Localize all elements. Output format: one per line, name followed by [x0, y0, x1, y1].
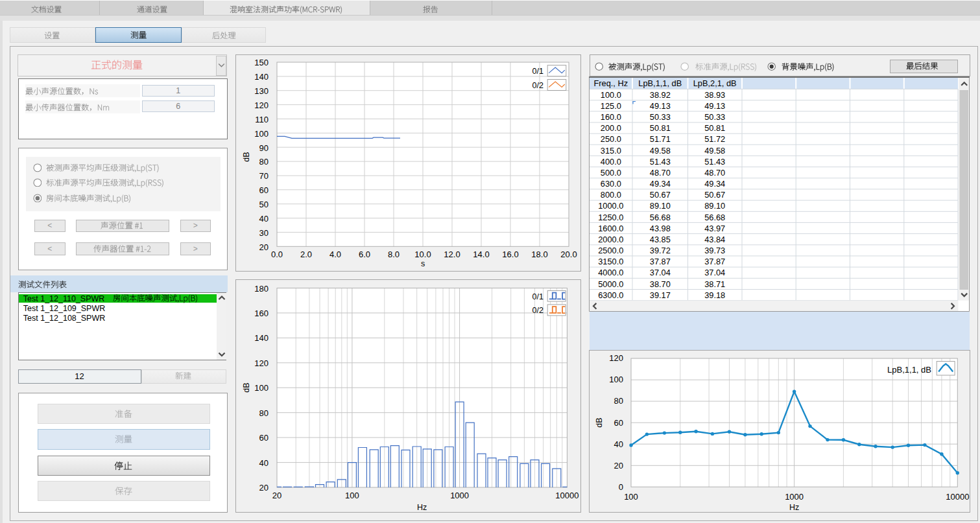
svg-text:70: 70	[259, 171, 269, 181]
svg-text:10000: 10000	[555, 491, 579, 500]
svg-text:37.87: 37.87	[704, 257, 725, 266]
svg-text:160.0: 160.0	[601, 112, 621, 122]
svg-text:39.73: 39.73	[704, 246, 725, 255]
svg-text:50.33: 50.33	[650, 112, 671, 122]
svg-text:120: 120	[609, 353, 623, 363]
svg-text:6300.0: 6300.0	[598, 290, 623, 300]
svg-text:0/1: 0/1	[532, 292, 544, 301]
svg-text:39.72: 39.72	[650, 246, 671, 255]
svg-text:20: 20	[272, 491, 281, 500]
svg-text:90: 90	[259, 143, 269, 153]
svg-text:80: 80	[614, 396, 623, 406]
svg-text:50.81: 50.81	[650, 123, 671, 133]
svg-text:16.0: 16.0	[502, 250, 518, 259]
svg-text:3150.0: 3150.0	[598, 257, 623, 266]
svg-text:50.67: 50.67	[704, 190, 725, 200]
svg-text:LpB,1,1, dB: LpB,1,1, dB	[638, 78, 682, 88]
svg-text:20: 20	[259, 242, 269, 252]
svg-text:14.0: 14.0	[473, 250, 489, 259]
svg-text:30: 30	[259, 228, 269, 238]
svg-text:20: 20	[259, 483, 269, 493]
svg-text:140: 140	[254, 333, 269, 343]
svg-text:40: 40	[259, 458, 269, 468]
svg-text:12.0: 12.0	[444, 250, 460, 259]
svg-text:160: 160	[254, 308, 269, 318]
svg-text:49.58: 49.58	[704, 146, 725, 156]
svg-text:100: 100	[624, 492, 638, 502]
svg-text:38.92: 38.92	[650, 90, 671, 100]
svg-text:40: 40	[259, 214, 269, 224]
svg-text:Hz: Hz	[417, 503, 427, 512]
svg-text:Freq., Hz: Freq., Hz	[593, 78, 628, 88]
svg-text:125.0: 125.0	[601, 101, 621, 111]
svg-text:120: 120	[254, 358, 269, 368]
svg-text:630.0: 630.0	[601, 179, 621, 189]
svg-text:120: 120	[254, 100, 269, 110]
svg-text:40: 40	[614, 439, 623, 449]
svg-text:1250.0: 1250.0	[598, 213, 623, 222]
svg-text:0/2: 0/2	[532, 81, 544, 90]
svg-text:180: 180	[254, 284, 269, 294]
svg-text:4000.0: 4000.0	[598, 268, 623, 277]
svg-text:130: 130	[254, 86, 269, 96]
svg-text:48.70: 48.70	[704, 168, 725, 178]
svg-text:39.17: 39.17	[650, 290, 671, 300]
svg-text:0/2: 0/2	[532, 306, 544, 315]
svg-text:43.97: 43.97	[704, 224, 725, 233]
svg-text:49.58: 49.58	[650, 146, 671, 156]
svg-text:56.68: 56.68	[650, 213, 671, 222]
svg-text:60: 60	[259, 185, 269, 195]
svg-text:43.85: 43.85	[650, 235, 671, 244]
svg-text:51.43: 51.43	[650, 157, 671, 167]
svg-text:1000: 1000	[785, 492, 804, 502]
svg-text:dB: dB	[242, 152, 251, 161]
svg-text:150: 150	[254, 58, 269, 67]
svg-text:51.43: 51.43	[704, 157, 725, 167]
svg-text:56.68: 56.68	[704, 213, 725, 222]
svg-text:51.72: 51.72	[704, 134, 725, 144]
svg-text:100.0: 100.0	[601, 90, 621, 100]
svg-text:2500.0: 2500.0	[598, 246, 623, 255]
svg-text:50.81: 50.81	[704, 123, 725, 133]
svg-text:800.0: 800.0	[601, 190, 621, 200]
svg-text:0: 0	[619, 482, 623, 492]
svg-text:1000.0: 1000.0	[598, 201, 623, 211]
svg-text:200.0: 200.0	[601, 123, 621, 133]
svg-text:0.0: 0.0	[271, 250, 283, 259]
svg-text:500.0: 500.0	[601, 168, 621, 178]
svg-text:110: 110	[255, 115, 269, 124]
svg-text:10.0: 10.0	[414, 250, 431, 259]
svg-text:dB: dB	[595, 417, 604, 427]
svg-text:2000.0: 2000.0	[598, 235, 623, 244]
svg-text:5000.0: 5000.0	[598, 279, 623, 289]
svg-text:s: s	[421, 259, 425, 268]
svg-text:6.0: 6.0	[359, 250, 370, 259]
svg-text:49.13: 49.13	[650, 101, 671, 111]
svg-text:1000: 1000	[450, 491, 469, 500]
svg-text:LpB,2,1, dB: LpB,2,1, dB	[693, 78, 737, 88]
svg-text:4.0: 4.0	[329, 250, 341, 259]
svg-text:50.67: 50.67	[650, 190, 671, 200]
svg-text:80: 80	[259, 408, 269, 418]
svg-text:89.10: 89.10	[704, 201, 725, 211]
svg-text:38.71: 38.71	[704, 279, 725, 289]
svg-text:48.70: 48.70	[650, 168, 671, 178]
svg-text:37.87: 37.87	[650, 257, 671, 266]
svg-text:Hz: Hz	[789, 503, 799, 512]
svg-text:100: 100	[609, 375, 623, 384]
svg-text:50.33: 50.33	[704, 112, 725, 122]
svg-text:50: 50	[259, 200, 269, 209]
svg-text:60: 60	[259, 433, 269, 443]
svg-text:80: 80	[259, 157, 269, 167]
svg-text:140: 140	[254, 72, 269, 82]
svg-text:2.0: 2.0	[300, 250, 312, 259]
svg-text:89.10: 89.10	[650, 201, 671, 211]
svg-text:49.34: 49.34	[704, 179, 725, 189]
svg-text:100: 100	[254, 129, 269, 139]
svg-text:18.0: 18.0	[531, 250, 547, 259]
svg-text:39.18: 39.18	[704, 290, 725, 300]
svg-text:20: 20	[614, 461, 623, 471]
svg-text:10000: 10000	[946, 492, 969, 502]
svg-text:43.84: 43.84	[704, 235, 725, 244]
svg-text:37.04: 37.04	[704, 268, 725, 277]
